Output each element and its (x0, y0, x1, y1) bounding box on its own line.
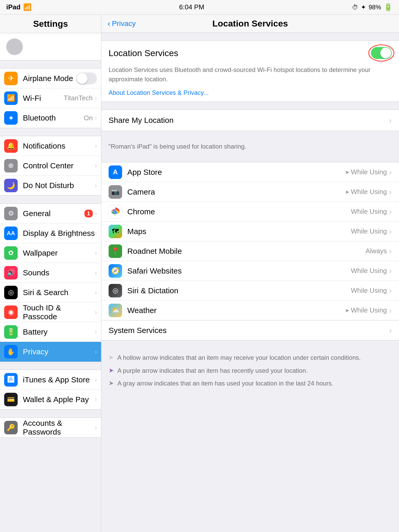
sidebar-item-wallpaper[interactable]: ✿ Wallpaper › (0, 243, 101, 263)
gray-arrow-icon: ➤ (109, 380, 114, 387)
location-link[interactable]: About Location Services & Privacy... (101, 89, 399, 102)
profile-area[interactable] (0, 33, 101, 61)
sidebar-item-accounts[interactable]: 🔑 Accounts & Passwords › (0, 418, 101, 437)
camera-icon: 📷 (109, 185, 122, 199)
system-services-label: System Services (109, 326, 389, 335)
share-my-location-row[interactable]: Share My Location › (101, 110, 399, 131)
sidebar-item-itunes[interactable]: 🅰 iTunes & App Store › (0, 370, 101, 390)
wifi-setting-icon: 📶 (7, 94, 15, 102)
app-store-item[interactable]: A App Store ➤ While Using › (101, 162, 399, 182)
siri-detail-icon: ◎ (109, 284, 122, 297)
svg-point-3 (114, 210, 117, 213)
sidebar-item-wallet[interactable]: 💳 Wallet & Apple Pay › (0, 390, 101, 409)
chrome-item[interactable]: Chrome While Using › (101, 202, 399, 222)
share-my-location-chevron: › (389, 116, 392, 125)
maps-status: While Using (351, 227, 387, 235)
app-store-arrow-icon: ➤ (345, 169, 349, 175)
settings-group-system: ⚙ General 1 › AA Display & Brightness › … (0, 203, 101, 362)
battery-chevron: › (95, 328, 97, 336)
siri-item[interactable]: ◎ Siri & Dictation While Using › (101, 281, 399, 301)
siri-chevron: › (95, 289, 97, 296)
wallet-label: Wallet & Apple Pay (23, 395, 95, 404)
display-icon-wrap: AA (4, 227, 18, 240)
weather-label: Weather (127, 306, 345, 315)
weather-item[interactable]: ⛅ Weather ➤ While Using › (101, 301, 399, 320)
sidebar-item-touchid[interactable]: ◉ Touch ID & Passcode › (0, 302, 101, 322)
legend-purple-arrow: ➤ A purple arrow indicates that an item … (109, 366, 392, 375)
camera-arrow-icon: ➤ (345, 189, 349, 195)
wallet-icon: 💳 (7, 396, 15, 403)
sidebar-item-siri[interactable]: ◎ Siri & Search › (0, 283, 101, 302)
location-services-toggle[interactable] (371, 47, 392, 59)
do-not-disturb-chevron: › (95, 182, 97, 189)
wallpaper-chevron: › (95, 249, 97, 257)
back-label: Privacy (112, 19, 136, 28)
airplane-label: Airplane Mode (23, 74, 76, 83)
itunes-chevron: › (95, 376, 97, 383)
bluetooth-value: On (84, 114, 93, 122)
sidebar-item-airplane[interactable]: ✈ Airplane Mode (0, 69, 101, 88)
chrome-label: Chrome (127, 207, 351, 216)
camera-label: Camera (127, 188, 345, 196)
settings-title: Settings (33, 19, 68, 29)
wallpaper-icon-wrap: ✿ (4, 246, 18, 260)
safari-item[interactable]: 🧭 Safari Websites While Using › (101, 261, 399, 281)
app-store-label: App Store (127, 168, 345, 177)
sidebar-item-battery[interactable]: 🔋 Battery › (0, 322, 101, 342)
weather-icon: ⛅ (109, 304, 122, 317)
bluetooth-icon-wrap: ✦ (4, 111, 18, 125)
back-button[interactable]: ‹ Privacy (108, 19, 136, 28)
notifications-label: Notifications (23, 142, 95, 150)
battery-percent: 98% (369, 4, 381, 11)
detail-content: Location Services Location Services uses… (101, 33, 399, 397)
sidebar-item-wifi[interactable]: 📶 Wi-Fi TitanTech › (0, 88, 101, 108)
camera-value: ➤ While Using (345, 188, 387, 196)
maps-icon: 🗺 (109, 225, 122, 238)
privacy-label: Privacy (23, 347, 95, 356)
general-icon: ⚙ (8, 209, 14, 217)
app-store-status: While Using (351, 168, 387, 176)
weather-value: ➤ While Using (345, 306, 387, 314)
do-not-disturb-icon-wrap: 🌙 (4, 179, 18, 192)
wallpaper-label: Wallpaper (23, 249, 95, 257)
sidebar-item-privacy[interactable]: ✋ Privacy › (0, 342, 101, 362)
safari-chevron: › (389, 266, 392, 276)
hollow-arrow-text: A hollow arrow indicates that an item ma… (117, 353, 361, 362)
siri-detail-value: While Using (351, 287, 387, 295)
sidebar-item-notifications[interactable]: 🔔 Notifications › (0, 136, 101, 156)
sidebar-item-control-center[interactable]: ⊕ Control Center › (0, 156, 101, 176)
touchid-chevron: › (95, 309, 97, 316)
wallet-chevron: › (95, 396, 97, 403)
settings-panel: Settings ✈ Airplane Mode 📶 Wi-Fi (0, 15, 101, 532)
sidebar-item-bluetooth[interactable]: ✦ Bluetooth On › (0, 108, 101, 128)
airplane-toggle-knob (77, 73, 88, 84)
weather-status: While Using (351, 306, 387, 314)
sounds-icon: 🔊 (7, 269, 15, 277)
wifi-icon-wrap: 📶 (4, 91, 18, 105)
sidebar-item-do-not-disturb[interactable]: 🌙 Do Not Disturb › (0, 176, 101, 195)
sidebar-item-sounds[interactable]: 🔊 Sounds › (0, 263, 101, 283)
touchid-label: Touch ID & Passcode (23, 303, 95, 321)
settings-group-connectivity: ✈ Airplane Mode 📶 Wi-Fi TitanTech › ✦ (0, 68, 101, 128)
accounts-label: Accounts & Passwords (23, 419, 95, 436)
chrome-value: While Using (351, 208, 387, 216)
notifications-icon-wrap: 🔔 (4, 139, 18, 153)
airplane-toggle[interactable] (76, 72, 97, 84)
display-icon: AA (7, 230, 15, 237)
sidebar-item-general[interactable]: ⚙ General 1 › (0, 204, 101, 223)
maps-item[interactable]: 🗺 Maps While Using › (101, 222, 399, 241)
siri-icon-wrap: ◎ (4, 286, 18, 299)
display-chevron: › (95, 230, 97, 237)
camera-item[interactable]: 📷 Camera ➤ While Using › (101, 182, 399, 202)
status-right: ⏱ ✦ 98% 🔋 (352, 3, 393, 11)
chrome-icon (109, 205, 122, 218)
roadnet-item[interactable]: 📍 Roadnet Mobile Always › (101, 241, 399, 261)
touchid-icon-wrap: ◉ (4, 305, 18, 319)
system-services-item[interactable]: System Services › (101, 320, 399, 340)
sidebar-item-display[interactable]: AA Display & Brightness › (0, 223, 101, 243)
app-store-value: ➤ While Using (345, 168, 387, 176)
battery-icon: 🔋 (384, 3, 393, 11)
detail-title: Location Services (212, 18, 288, 29)
location-toggle-knob (380, 48, 391, 58)
legend-section: ➤ A hollow arrow indicates that an item … (101, 348, 399, 397)
